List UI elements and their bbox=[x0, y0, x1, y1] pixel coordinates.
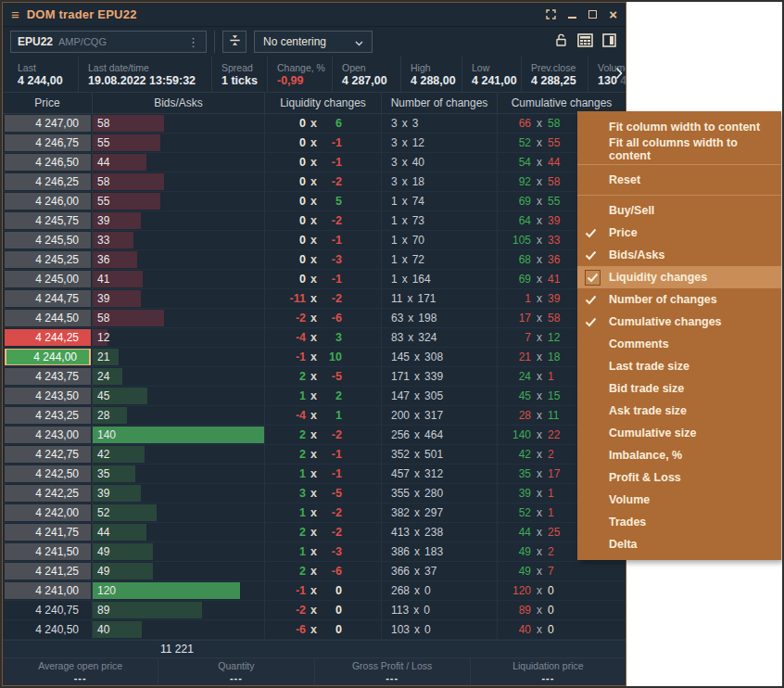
price-cell[interactable]: 4 240,50 bbox=[3, 620, 93, 639]
bids-asks-cell[interactable]: 40 bbox=[93, 620, 265, 639]
column-header-number-of-changes[interactable]: Number of changes bbox=[382, 93, 498, 113]
bids-asks-cell[interactable]: 36 bbox=[93, 250, 265, 269]
price-cell[interactable]: 4 243,25 bbox=[3, 406, 93, 425]
menu-item-last-trade-size[interactable]: Last trade size bbox=[577, 355, 781, 377]
bids-asks-cell[interactable]: 39 bbox=[93, 289, 265, 308]
price-cell[interactable]: 4 245,25 bbox=[3, 250, 93, 269]
table-icon[interactable] bbox=[577, 33, 593, 51]
price-cell[interactable]: 4 242,50 bbox=[3, 465, 93, 483]
menu-item-profit-loss[interactable]: Profit & Loss bbox=[577, 466, 781, 489]
chevron-right-icon[interactable] bbox=[615, 67, 623, 83]
price-value: 4 245,75 bbox=[5, 212, 91, 229]
x-separator: x bbox=[310, 604, 317, 617]
menu-item-number-of-changes[interactable]: Number of changes bbox=[577, 288, 781, 311]
split-view-icon[interactable] bbox=[602, 33, 616, 51]
bids-asks-cell[interactable]: 24 bbox=[93, 367, 265, 386]
menu-item-volume[interactable]: Volume bbox=[577, 489, 781, 511]
price-cell[interactable]: 4 246,25 bbox=[3, 172, 93, 191]
menu-item-delta[interactable]: Delta bbox=[577, 533, 781, 555]
centering-button[interactable] bbox=[222, 31, 247, 53]
price-cell[interactable]: 4 243,00 bbox=[3, 426, 93, 444]
bids-asks-cell[interactable]: 55 bbox=[93, 192, 265, 210]
bids-asks-cell[interactable]: 44 bbox=[93, 153, 265, 172]
maximize-icon[interactable] bbox=[588, 10, 597, 19]
bids-asks-cell[interactable]: 55 bbox=[93, 134, 265, 152]
menu-item-bids-asks[interactable]: Bids/Asks bbox=[577, 244, 781, 266]
bids-asks-cell[interactable]: 49 bbox=[93, 542, 265, 561]
bids-asks-cell[interactable]: 35 bbox=[93, 465, 265, 483]
number-of-changes-cell: 256x464 bbox=[382, 426, 498, 444]
lock-icon[interactable] bbox=[554, 32, 568, 51]
column-header-bids-asks[interactable]: Bids/Asks bbox=[93, 93, 265, 113]
menu-item-liquidity-changes[interactable]: Liquidity changes bbox=[577, 266, 781, 288]
price-cell[interactable]: 4 244,00 bbox=[3, 348, 93, 366]
minimize-icon[interactable] bbox=[568, 17, 576, 19]
bids-asks-cell[interactable]: 140 bbox=[93, 426, 265, 444]
table-row: 4 246,25580x-23x1892x58 bbox=[3, 172, 626, 192]
menu-item-comments[interactable]: Comments bbox=[577, 333, 781, 355]
menu-hamburger-icon[interactable]: ≡ bbox=[11, 7, 19, 21]
menu-item-price[interactable]: Price bbox=[577, 222, 781, 244]
column-header-price[interactable]: Price bbox=[3, 93, 93, 113]
bids-asks-cell[interactable]: 120 bbox=[93, 581, 265, 600]
x-separator: x bbox=[402, 273, 408, 286]
menu-item-buy-sell[interactable]: Buy/Sell bbox=[577, 199, 781, 222]
bids-asks-cell[interactable]: 89 bbox=[93, 601, 265, 619]
column-context-menu: Fit column width to contentFit all colum… bbox=[577, 111, 781, 560]
price-cell[interactable]: 4 244,75 bbox=[3, 289, 93, 308]
bids-asks-cell[interactable]: 44 bbox=[93, 523, 265, 541]
bids-asks-cell[interactable]: 33 bbox=[93, 231, 265, 249]
menu-item-cumulative-changes[interactable]: Cumulative changes bbox=[577, 311, 781, 333]
price-cell[interactable]: 4 246,00 bbox=[3, 192, 93, 210]
bids-asks-cell[interactable]: 58 bbox=[93, 114, 265, 133]
table-row: 4 240,5040-6x0103x040x0 bbox=[3, 620, 626, 640]
bids-asks-cell[interactable]: 58 bbox=[93, 172, 265, 191]
column-header-cumulative-changes[interactable]: Cumulative changes bbox=[498, 93, 626, 113]
bids-asks-cell[interactable]: 52 bbox=[93, 503, 265, 522]
price-cell[interactable]: 4 240,75 bbox=[3, 601, 93, 619]
price-cell[interactable]: 4 246,50 bbox=[3, 153, 93, 172]
price-cell[interactable]: 4 242,75 bbox=[3, 445, 93, 464]
price-cell[interactable]: 4 245,50 bbox=[3, 231, 93, 249]
price-cell[interactable]: 4 243,75 bbox=[3, 367, 93, 386]
close-icon[interactable]: × bbox=[609, 7, 617, 21]
symbol-selector[interactable]: EPU22 AMP/CQG ⋮ bbox=[10, 31, 207, 53]
liq-ask-change: -2 bbox=[322, 428, 342, 441]
bids-asks-cell[interactable]: 21 bbox=[93, 348, 265, 366]
price-cell[interactable]: 4 245,75 bbox=[3, 211, 93, 230]
bids-asks-cell[interactable]: 58 bbox=[93, 309, 265, 327]
price-cell[interactable]: 4 244,50 bbox=[3, 309, 93, 327]
menu-item-bid-trade-size[interactable]: Bid trade size bbox=[577, 377, 781, 400]
bids-asks-cell[interactable]: 39 bbox=[93, 211, 265, 230]
price-cell[interactable]: 4 245,00 bbox=[3, 270, 93, 288]
price-cell[interactable]: 4 246,75 bbox=[3, 134, 93, 152]
price-cell[interactable]: 4 241,00 bbox=[3, 581, 93, 600]
bids-asks-cell[interactable]: 28 bbox=[93, 406, 265, 425]
price-cell[interactable]: 4 241,25 bbox=[3, 562, 93, 580]
menu-item-fit-column-width-to-content[interactable]: Fit column width to content bbox=[577, 116, 781, 138]
price-cell[interactable]: 4 244,25 bbox=[3, 328, 93, 347]
price-cell[interactable]: 4 243,50 bbox=[3, 387, 93, 405]
bids-asks-cell[interactable]: 49 bbox=[93, 562, 265, 580]
price-cell[interactable]: 4 242,25 bbox=[3, 484, 93, 503]
bids-asks-cell[interactable]: 42 bbox=[93, 445, 265, 464]
kebab-icon[interactable]: ⋮ bbox=[187, 35, 199, 49]
menu-item-cumulative-size[interactable]: Cumulative size bbox=[577, 422, 781, 444]
price-cell[interactable]: 4 241,75 bbox=[3, 523, 93, 541]
menu-item-fit-all-columns-width-to-content[interactable]: Fit all columns width to content bbox=[577, 138, 781, 160]
bids-asks-cell[interactable]: 12 bbox=[93, 328, 265, 347]
bids-asks-cell[interactable]: 41 bbox=[93, 270, 265, 288]
bids-asks-cell[interactable]: 39 bbox=[93, 484, 265, 503]
restore-icon[interactable] bbox=[546, 9, 556, 19]
price-cell[interactable]: 4 241,50 bbox=[3, 542, 93, 561]
centering-mode-dropdown[interactable]: No centering bbox=[254, 31, 373, 53]
bids-asks-cell[interactable]: 45 bbox=[93, 387, 265, 405]
menu-item-ask-trade-size[interactable]: Ask trade size bbox=[577, 400, 781, 422]
stat-value: 4 288,25 bbox=[531, 74, 580, 87]
menu-item-trades[interactable]: Trades bbox=[577, 511, 781, 533]
price-cell[interactable]: 4 242,00 bbox=[3, 503, 93, 522]
price-cell[interactable]: 4 247,00 bbox=[3, 114, 93, 133]
column-header-liquidity-changes[interactable]: Liquidity changes bbox=[265, 93, 382, 113]
menu-item-reset[interactable]: Reset bbox=[577, 169, 781, 191]
menu-item-imbalance[interactable]: Imbalance, % bbox=[577, 444, 781, 466]
